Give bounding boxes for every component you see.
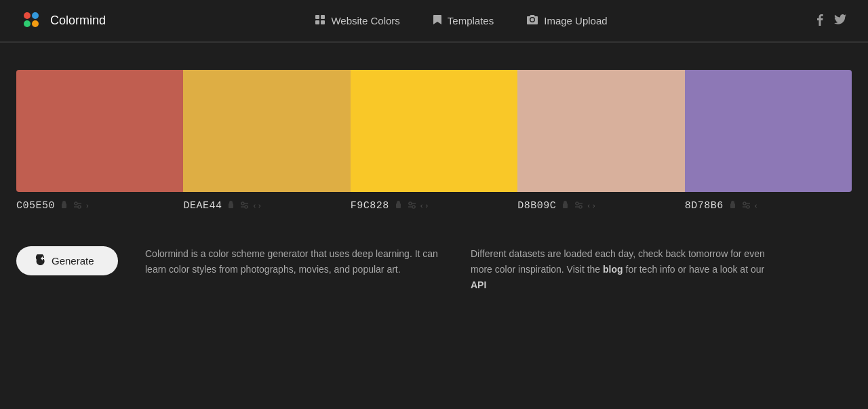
svg-point-27: [579, 206, 582, 208]
svg-point-2: [24, 20, 31, 27]
svg-point-21: [409, 202, 412, 205]
hex-4: 8D78B6: [685, 200, 724, 212]
twitter-link[interactable]: [834, 14, 846, 27]
label-0: C05E50 ›: [16, 192, 183, 219]
facebook-link[interactable]: [816, 14, 823, 28]
hex-1: DEAE44: [183, 200, 222, 212]
label-icons-0: ›: [59, 199, 89, 212]
hex-0: C05E50: [16, 200, 55, 212]
hex-3: D8B09C: [517, 200, 556, 212]
color-palette: [16, 70, 852, 192]
svg-point-31: [743, 202, 746, 205]
grid-icon: [315, 14, 326, 28]
swatch-1: [183, 70, 350, 192]
svg-point-22: [412, 206, 415, 208]
nav-templates-label: Templates: [448, 15, 494, 26]
nav-image-upload[interactable]: Image Upload: [526, 14, 607, 28]
logo-text: Colormind: [50, 14, 106, 28]
lock-icon-3[interactable]: [560, 199, 570, 212]
lock-icon-4[interactable]: [728, 199, 738, 212]
bookmark-icon: [433, 14, 442, 28]
palette-labels: C05E50 ›: [16, 192, 852, 219]
nav-templates[interactable]: Templates: [433, 14, 494, 28]
description-left: Colormind is a color scheme generator th…: [145, 246, 443, 277]
label-3: D8B09C ‹ ›: [517, 192, 684, 219]
svg-point-1: [32, 12, 39, 19]
label-2: F9C828 ‹ ›: [351, 192, 517, 219]
description-right: Different datasets are loaded each day, …: [471, 246, 769, 293]
svg-rect-5: [321, 15, 325, 19]
adjust-icon-3[interactable]: [573, 199, 585, 212]
svg-point-26: [576, 202, 578, 205]
main-nav: Website Colors Templates Image Upload: [315, 14, 607, 28]
arrow-right-2[interactable]: ›: [426, 201, 429, 210]
arrow-left-1[interactable]: ‹: [253, 201, 256, 210]
lock-icon-2[interactable]: [393, 199, 403, 212]
camera-icon: [526, 14, 538, 28]
label-icons-3: ‹ ›: [560, 199, 595, 212]
svg-point-12: [78, 206, 81, 208]
svg-point-0: [24, 12, 31, 19]
svg-rect-13: [229, 203, 233, 208]
hex-2: F9C828: [351, 200, 389, 212]
label-icons-4: ‹: [728, 199, 757, 212]
svg-point-3: [32, 20, 39, 27]
nav-image-upload-label: Image Upload: [544, 15, 607, 26]
adjust-icon-2[interactable]: [406, 199, 418, 212]
description-right-middle: for tech info or have a look at our: [623, 264, 765, 275]
svg-point-32: [747, 206, 749, 208]
arrow-left-3[interactable]: ‹: [587, 201, 590, 210]
swatch-2: [351, 70, 517, 192]
arrow-left-2[interactable]: ‹: [420, 201, 423, 210]
swatch-4: [685, 70, 852, 192]
lock-icon-1[interactable]: [226, 199, 236, 212]
svg-rect-7: [321, 20, 325, 24]
label-4: 8D78B6 ‹: [685, 192, 852, 219]
refresh-icon: [35, 254, 46, 267]
swatch-0: [16, 70, 183, 192]
label-icons-2: ‹ ›: [393, 199, 428, 212]
blog-link[interactable]: blog: [603, 264, 623, 275]
svg-point-11: [75, 202, 77, 205]
lock-icon-0[interactable]: [59, 199, 69, 212]
label-icons-1: ‹ ›: [226, 199, 260, 212]
generate-button[interactable]: Generate: [16, 246, 118, 275]
arrow-left-4[interactable]: ‹: [755, 201, 757, 210]
adjust-icon-1[interactable]: [239, 199, 250, 212]
svg-rect-6: [315, 20, 319, 24]
adjust-icon-4[interactable]: [741, 199, 752, 212]
svg-rect-23: [563, 203, 568, 208]
svg-point-17: [245, 206, 248, 208]
swatch-3: [517, 70, 684, 192]
arrow-right-0[interactable]: ›: [86, 201, 89, 210]
label-1: DEAE44 ‹ ›: [183, 192, 350, 219]
logo-icon: [22, 10, 43, 32]
api-link[interactable]: API: [471, 279, 486, 290]
svg-rect-8: [62, 203, 66, 208]
nav-website-colors[interactable]: Website Colors: [315, 14, 399, 28]
svg-point-16: [241, 202, 244, 205]
main-content: C05E50 ›: [0, 43, 868, 320]
social-links: [816, 14, 846, 28]
arrow-right-3[interactable]: ›: [593, 201, 595, 210]
logo[interactable]: Colormind: [22, 10, 106, 32]
arrow-right-1[interactable]: ›: [258, 201, 261, 210]
adjust-icon-0[interactable]: [72, 199, 83, 212]
nav-website-colors-label: Website Colors: [331, 15, 399, 26]
bottom-section: Generate Colormind is a color scheme gen…: [16, 246, 852, 293]
svg-rect-18: [396, 203, 401, 208]
generate-label: Generate: [52, 255, 94, 267]
svg-rect-4: [315, 15, 319, 19]
svg-rect-28: [730, 203, 735, 208]
